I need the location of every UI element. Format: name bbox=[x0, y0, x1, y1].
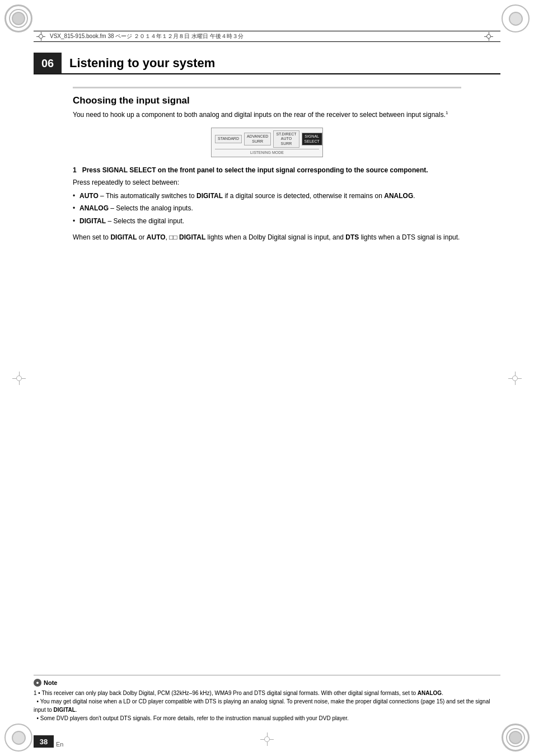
note-section: ● Note 1 • This receiver can only play b… bbox=[34, 675, 500, 722]
header-cross-left bbox=[36, 32, 45, 41]
note-label: Note bbox=[44, 679, 57, 686]
note-header: ● Note bbox=[34, 679, 500, 687]
bullet-auto: AUTO – This automatically switches to DI… bbox=[73, 191, 461, 201]
file-info-text: VSX_815-915.book.fm 38 ページ ２０１４年１２月８日 水曜… bbox=[50, 32, 243, 40]
note-text-2: • You may get digital noise when a LD or… bbox=[34, 697, 500, 714]
main-content: Choosing the input signal You need to ho… bbox=[73, 87, 461, 242]
note-icon: ● bbox=[34, 679, 41, 687]
chapter-header: 06 Listening to your system bbox=[34, 53, 500, 74]
corner-decor-bottom-left bbox=[4, 724, 32, 752]
header-cross-right bbox=[484, 32, 493, 41]
listening-mode-label: LISTENING MODE bbox=[215, 149, 319, 154]
corner-decor-bottom-right bbox=[502, 724, 530, 752]
section-title: Choosing the input signal bbox=[73, 87, 461, 106]
page-number: 38 bbox=[34, 735, 54, 748]
tab-signal-select: SIGNALSELECT bbox=[302, 133, 322, 145]
step1-header: 1 Press SIGNAL SELECT on the front panel… bbox=[73, 166, 461, 174]
file-info-bar: VSX_815-915.book.fm 38 ページ ２０１４年１２月８日 水曜… bbox=[34, 31, 500, 42]
tab-advanced-surr: ADVANCEDSURR bbox=[244, 133, 271, 145]
corner-decor-top-left bbox=[4, 4, 32, 32]
corner-decor-top-right bbox=[502, 4, 530, 32]
digital-signal-paragraph: When set to DIGITAL or AUTO, □□ DIGITAL … bbox=[73, 232, 461, 242]
chapter-title: Listening to your system bbox=[69, 56, 215, 71]
step1-body: Press repeatedly to select between: bbox=[73, 177, 461, 187]
bottom-center-crosshair bbox=[260, 732, 274, 746]
tab-standard: STANDARD bbox=[215, 135, 242, 143]
bullet-list: AUTO – This automatically switches to DI… bbox=[73, 191, 461, 227]
page-lang: En bbox=[56, 741, 63, 748]
tab-st-direct: ST.DIRECTAUTO SURR bbox=[273, 130, 299, 148]
signal-tabs-row: STANDARD ADVANCEDSURR ST.DIRECTAUTO SURR… bbox=[215, 130, 319, 148]
bullet-digital: DIGITAL – Selects the digital input. bbox=[73, 216, 461, 227]
left-mid-crosshair bbox=[12, 372, 26, 385]
chapter-number: 06 bbox=[34, 53, 62, 74]
signal-select-image: STANDARD ADVANCEDSURR ST.DIRECTAUTO SURR… bbox=[211, 128, 323, 157]
bullet-analog: ANALOG – Selects the analog inputs. bbox=[73, 203, 461, 214]
note-text-1: 1 • This receiver can only play back Dol… bbox=[34, 689, 500, 697]
right-mid-crosshair bbox=[508, 372, 522, 385]
note-text-3: • Some DVD players don't output DTS sign… bbox=[34, 714, 500, 722]
section-intro: You need to hook up a component to both … bbox=[73, 110, 461, 120]
footnote-ref: 1 bbox=[446, 110, 448, 115]
